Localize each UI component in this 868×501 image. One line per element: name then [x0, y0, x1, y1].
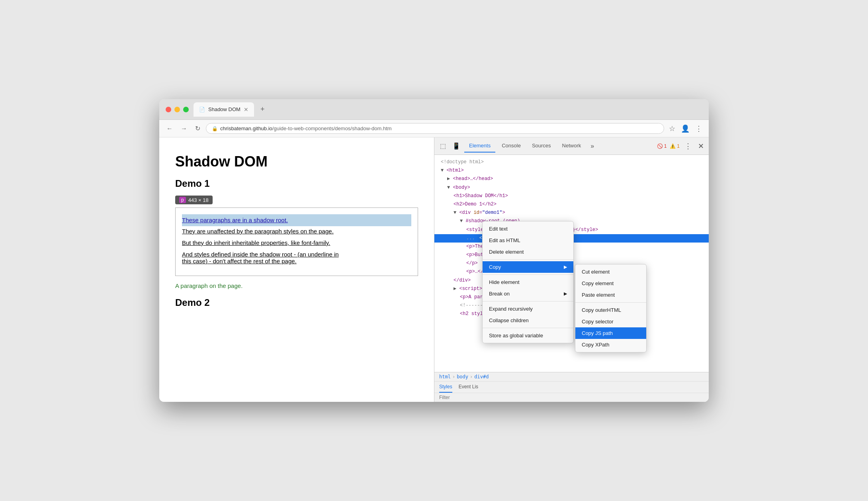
menu-sep-1: [483, 259, 573, 260]
size-dimensions: 443 × 18: [188, 197, 209, 203]
error-count: 1: [664, 143, 667, 149]
devtools-bottom: html › body › div#d Styles Event Lis: [434, 372, 709, 402]
devtools-right-actions: 🚫 1 ⚠️ 1 ⋮ ✕: [657, 140, 706, 152]
body-triangle[interactable]: [447, 185, 450, 190]
menu-sep-3: [483, 301, 573, 301]
context-menu-global-var[interactable]: Store as global variable: [483, 330, 573, 341]
para3-wrap: But they do inherit inheritable properti…: [182, 239, 411, 246]
devtools-toolbar: ⬚ 📱 Elements Console Sources Network » 🚫…: [434, 137, 709, 155]
submenu-copy-element[interactable]: Copy element: [575, 278, 646, 289]
bookmark-button[interactable]: ☆: [667, 123, 677, 135]
context-menu-break[interactable]: Break on ▶: [483, 288, 573, 299]
div-triangle[interactable]: [454, 210, 456, 215]
dom-line-head: <head>…</head>: [434, 175, 709, 183]
tab-console[interactable]: Console: [497, 139, 526, 153]
submenu-copy-xpath[interactable]: Copy XPath: [575, 339, 646, 350]
para3-text: But they do inherit inheritable properti…: [182, 239, 411, 246]
tab-close-button[interactable]: ✕: [244, 106, 248, 113]
shadow-box: These paragraphs are in a shadow root. T…: [175, 207, 418, 276]
shadow-triangle[interactable]: [460, 218, 463, 224]
breadcrumb-sep2: ›: [470, 374, 473, 380]
dom-line-body: <body>: [434, 184, 709, 192]
page-content: Shadow DOM Demo 1 p 443 × 18 These parag…: [159, 137, 434, 402]
p-tag-label: p: [179, 197, 186, 203]
page-title: Shadow DOM: [175, 153, 418, 170]
head-triangle[interactable]: [447, 176, 450, 182]
context-menu-wrapper: Edit text Edit as HTML Delete element Co…: [482, 221, 574, 343]
devtools-settings-button[interactable]: ⋮: [683, 140, 693, 152]
script-triangle[interactable]: [454, 286, 456, 292]
breadcrumb-body[interactable]: body: [457, 374, 468, 380]
profile-button[interactable]: 👤: [679, 123, 691, 135]
submenu-cut-element[interactable]: Cut element: [575, 266, 646, 278]
breadcrumb-sep1: ›: [452, 374, 455, 380]
filter-input[interactable]: [439, 395, 704, 400]
para1-link[interactable]: These paragraphs are in a shadow root.: [182, 217, 288, 223]
dom-dots: ...: [466, 235, 475, 241]
maximize-traffic-light[interactable]: [183, 107, 189, 112]
devtools-close-button[interactable]: ✕: [696, 140, 706, 152]
lock-icon: 🔒: [212, 126, 218, 131]
html-triangle[interactable]: [441, 168, 444, 173]
para4-text: And styles defined inside the shadow roo…: [182, 251, 411, 264]
context-menu-edit-html[interactable]: Edit as HTML: [483, 235, 573, 246]
tab-elements[interactable]: Elements: [464, 139, 495, 153]
submenu-copy-selector[interactable]: Copy selector: [575, 316, 646, 327]
tab-title: Shadow DOM: [208, 106, 240, 112]
submenu-sep-1: [575, 302, 646, 303]
context-menu-expand[interactable]: Expand recursively: [483, 303, 573, 315]
copy-submenu[interactable]: Cut element Copy element Paste element C…: [575, 264, 647, 352]
submenu-copy-js-path[interactable]: Copy JS path: [575, 327, 646, 339]
dom-line-h2: <h2>Demo 1</h2>: [434, 200, 709, 209]
tab-bar: 📄 Shadow DOM ✕ +: [194, 102, 702, 117]
context-menu[interactable]: Edit text Edit as HTML Delete element Co…: [482, 221, 574, 343]
address-bar[interactable]: 🔒 chrisbateman.github.io/guide-to-web-co…: [206, 123, 664, 134]
green-paragraph: A paragraph on the page.: [175, 282, 418, 289]
address-host: chrisbateman.github.io: [220, 125, 272, 131]
context-menu-copy[interactable]: Copy ▶: [483, 261, 573, 273]
more-tabs-button[interactable]: »: [587, 140, 597, 152]
styles-tab-styles[interactable]: Styles: [439, 382, 452, 393]
new-tab-button[interactable]: +: [257, 104, 268, 115]
address-path: /guide-to-web-components/demos/shadow-do…: [272, 125, 392, 131]
main-content: Shadow DOM Demo 1 p 443 × 18 These parag…: [159, 137, 709, 402]
nav-bar: ← → ↻ 🔒 chrisbateman.github.io/guide-to-…: [159, 120, 709, 137]
break-arrow-icon: ▶: [564, 291, 567, 296]
highlighted-paragraph: These paragraphs are in a shadow root.: [182, 214, 411, 226]
device-toolbar-button[interactable]: 📱: [450, 140, 463, 152]
demo1-title: Demo 1: [175, 178, 418, 189]
tab-page-icon: 📄: [199, 107, 205, 112]
breadcrumb-html[interactable]: html: [439, 374, 451, 380]
warn-icon: ⚠️: [670, 143, 676, 149]
dom-line-doctype: <!doctype html>: [434, 158, 709, 166]
error-icon: 🚫: [657, 143, 663, 149]
demo2-title: Demo 2: [175, 297, 418, 308]
para2-text: They are unaffected by the paragraph sty…: [182, 228, 411, 235]
devtools-panel: ⬚ 📱 Elements Console Sources Network » 🚫…: [434, 137, 709, 402]
traffic-lights: [166, 107, 189, 112]
title-bar: 📄 Shadow DOM ✕ +: [159, 99, 709, 120]
context-menu-edit-text[interactable]: Edit text: [483, 223, 573, 235]
minimize-traffic-light[interactable]: [174, 107, 180, 112]
back-button[interactable]: ←: [164, 123, 175, 134]
breadcrumb-div[interactable]: div#d: [474, 374, 489, 380]
tab-sources[interactable]: Sources: [527, 139, 556, 153]
para4-wrap: And styles defined inside the shadow roo…: [182, 251, 411, 264]
submenu-copy-outer-html[interactable]: Copy outerHTML: [575, 304, 646, 316]
menu-sep-4: [483, 328, 573, 328]
warn-count: 1: [677, 143, 680, 149]
menu-button[interactable]: ⋮: [694, 123, 704, 135]
context-menu-delete[interactable]: Delete element: [483, 246, 573, 258]
tab-network[interactable]: Network: [557, 139, 586, 153]
forward-button[interactable]: →: [178, 123, 190, 134]
reload-button[interactable]: ↻: [193, 123, 203, 134]
breadcrumb-bar: html › body › div#d: [434, 372, 709, 382]
active-tab[interactable]: 📄 Shadow DOM ✕: [194, 102, 254, 117]
styles-tab-event-listeners[interactable]: Event Lis: [459, 382, 478, 393]
context-menu-collapse[interactable]: Collapse children: [483, 315, 573, 326]
context-menu-hide[interactable]: Hide element: [483, 276, 573, 288]
inspect-element-button[interactable]: ⬚: [438, 140, 448, 152]
styles-tabs: Styles Event Lis: [434, 382, 709, 393]
copy-arrow-icon: ▶: [564, 264, 567, 270]
close-traffic-light[interactable]: [166, 107, 171, 112]
